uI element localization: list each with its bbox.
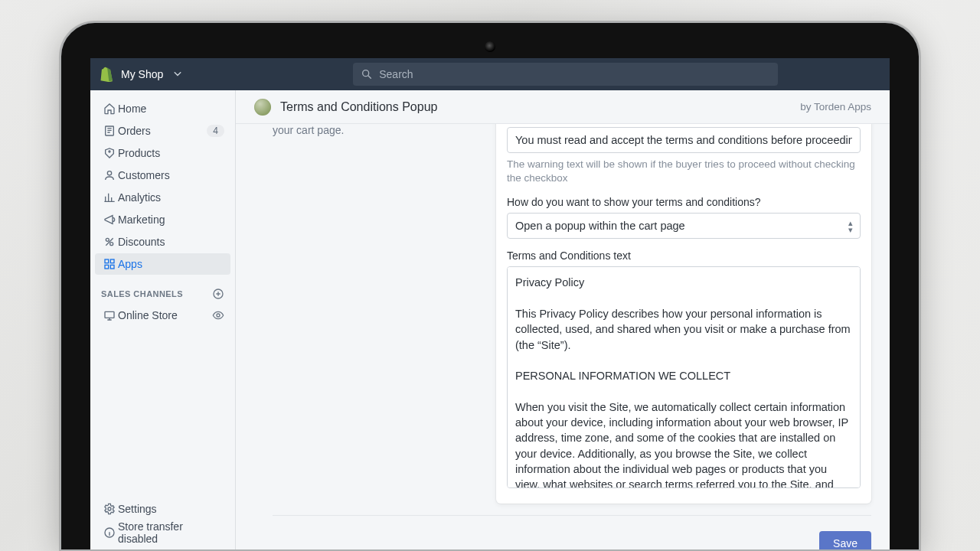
home-icon: [101, 103, 118, 115]
online-store-icon: [101, 309, 118, 321]
sidebar-item-apps[interactable]: Apps: [95, 253, 230, 275]
sidebar-item-customers[interactable]: Customers: [95, 165, 230, 186]
nav-label: Products: [118, 147, 224, 159]
marketing-icon: [101, 214, 118, 226]
sidebar-item-store-transfer[interactable]: Store transfer disabled: [95, 521, 230, 544]
app-byline: by Torden Apps: [800, 101, 871, 112]
shop-name: My Shop: [121, 68, 163, 80]
orders-icon: [101, 125, 118, 137]
svg-point-5: [106, 238, 109, 241]
channel-label: Online Store: [118, 309, 212, 321]
customers-icon: [101, 169, 118, 181]
field-tc-text: Terms and Conditions text Privacy Policy…: [507, 249, 861, 491]
save-button[interactable]: Save: [819, 531, 871, 549]
page-header: Terms and Conditions Popup by Torden App…: [236, 90, 890, 124]
svg-rect-9: [105, 265, 109, 269]
camera-dot: [485, 41, 495, 52]
search-input[interactable]: [353, 63, 778, 86]
page-title: Terms and Conditions Popup: [280, 100, 437, 114]
svg-rect-7: [105, 259, 109, 263]
sidebar: Home Orders 4 Products Customers: [90, 90, 236, 549]
svg-point-13: [217, 314, 220, 317]
nav-label: Marketing: [118, 214, 224, 226]
sidebar-item-settings[interactable]: Settings: [95, 497, 230, 520]
sidebar-item-products[interactable]: Products: [95, 142, 230, 164]
main-panel: Terms and Conditions Popup by Torden App…: [236, 90, 890, 549]
analytics-icon: [101, 191, 118, 204]
svg-rect-12: [105, 311, 114, 318]
nav-label: Orders: [118, 125, 207, 137]
section-title-label: SALES CHANNELS: [101, 289, 183, 298]
nav-label: Discounts: [118, 236, 224, 248]
svg-point-14: [108, 507, 111, 510]
tc-textarea[interactable]: Privacy Policy This Privacy Policy descr…: [507, 266, 861, 488]
sidebar-item-home[interactable]: Home: [95, 98, 230, 119]
warning-hint: The warning text will be shown if the bu…: [507, 158, 861, 185]
sidebar-item-discounts[interactable]: Discounts: [95, 231, 230, 253]
show-method-select[interactable]: Open a popup within the cart page: [507, 213, 861, 239]
gear-icon: [101, 503, 118, 515]
svg-point-4: [107, 171, 111, 175]
search-wrap: [353, 63, 778, 86]
sidebar-item-orders[interactable]: Orders 4: [95, 120, 230, 142]
shop-switcher[interactable]: My Shop: [100, 67, 181, 82]
svg-rect-10: [110, 265, 114, 269]
tc-text-label: Terms and Conditions text: [507, 249, 861, 262]
nav-label: Store transfer disabled: [118, 520, 224, 545]
view-store-icon[interactable]: [212, 309, 224, 321]
orders-badge: 4: [207, 125, 224, 137]
add-channel-button[interactable]: [212, 288, 224, 300]
nav-label: Apps: [118, 258, 224, 270]
nav-label: Settings: [118, 503, 224, 515]
sidebar-item-analytics[interactable]: Analytics: [95, 187, 230, 208]
apps-icon: [101, 258, 118, 270]
app-icon: [254, 99, 271, 116]
content-area: your cart page. The warning text will be…: [236, 124, 890, 549]
helper-text: your cart page.: [273, 124, 344, 136]
select-caret-icon: ▴▾: [848, 220, 853, 233]
nav-label: Customers: [118, 169, 224, 181]
nav-label: Home: [118, 103, 224, 115]
laptop-frame: My Shop Home: [60, 21, 920, 551]
search-icon: [361, 68, 373, 80]
show-method-label: How do you want to show your terms and c…: [507, 196, 861, 208]
nav-label: Analytics: [118, 191, 224, 204]
svg-point-6: [110, 243, 113, 246]
sales-channels-header: SALES CHANNELS: [90, 276, 235, 305]
field-show-method: How do you want to show your terms and c…: [507, 196, 861, 239]
settings-card: The warning text will be shown if the bu…: [496, 124, 871, 504]
products-icon: [101, 147, 118, 159]
warning-text-input[interactable]: [507, 127, 861, 153]
channel-online-store[interactable]: Online Store: [90, 305, 235, 326]
field-warning-text: The warning text will be shown if the bu…: [507, 127, 861, 185]
chevron-down-icon: [174, 72, 181, 77]
sidebar-item-marketing[interactable]: Marketing: [95, 209, 230, 230]
topbar: My Shop: [90, 58, 890, 90]
svg-rect-8: [110, 259, 114, 263]
info-icon: [101, 527, 118, 539]
svg-point-0: [363, 70, 369, 77]
shopify-logo-icon: [100, 67, 113, 82]
app-screen: My Shop Home: [90, 58, 890, 549]
svg-line-1: [368, 76, 371, 78]
discounts-icon: [101, 236, 118, 248]
divider: [273, 515, 871, 516]
svg-point-3: [109, 151, 110, 152]
